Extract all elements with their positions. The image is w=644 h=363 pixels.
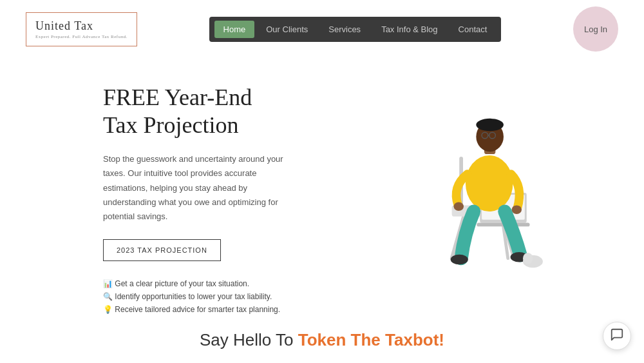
nav-item-tax-info-&-blog[interactable]: Tax Info & Blog <box>372 21 446 38</box>
nav-item-services[interactable]: Services <box>319 21 370 38</box>
cta-button[interactable]: 2023 TAX PROJECTION <box>103 239 221 261</box>
features-list: 📊 Get a clear picture of your tax situat… <box>103 279 361 314</box>
bottom-text-highlight: Token The Taxbot! <box>298 330 444 349</box>
svg-point-21 <box>523 253 533 264</box>
header: United Tax Expert Prepared. Full Advance… <box>0 0 644 58</box>
feature-item: 🔍 Identify opportunities to lower your t… <box>103 292 361 301</box>
feature-item: 📊 Get a clear picture of your tax situat… <box>103 279 361 288</box>
nav-item-our-clients[interactable]: Our Clients <box>257 21 317 38</box>
feature-item: 💡 Receive tailored advice for smarter ta… <box>103 305 361 314</box>
bottom-section: Say Hello To Token The Taxbot! <box>0 330 644 350</box>
bottom-text-normal: Say Hello To <box>200 330 298 349</box>
svg-point-9 <box>466 155 513 211</box>
svg-point-18 <box>451 255 468 264</box>
logo-subtitle: Expert Prepared. Full Advance Tax Refund… <box>35 34 128 39</box>
svg-point-16 <box>454 202 464 211</box>
hero-description: Stop the guesswork and uncertainty aroun… <box>103 152 296 223</box>
svg-point-17 <box>512 205 522 214</box>
logo: United Tax Expert Prepared. Full Advance… <box>26 12 137 46</box>
nav-item-contact[interactable]: Contact <box>450 21 497 38</box>
hero-section: FREE Year-End Tax Projection Stop the gu… <box>103 71 361 363</box>
nav-item-home[interactable]: Home <box>214 21 255 38</box>
hero-illustration <box>361 71 605 363</box>
logo-title: United Tax <box>35 19 128 33</box>
main-content: FREE Year-End Tax Projection Stop the gu… <box>0 58 644 363</box>
chat-button[interactable] <box>603 322 631 350</box>
hero-title: FREE Year-End Tax Projection <box>103 84 361 139</box>
navigation: HomeOur ClientsServicesTax Info & BlogCo… <box>209 17 502 42</box>
svg-point-12 <box>476 119 504 131</box>
login-button[interactable]: Log In <box>573 6 618 52</box>
logo-box: United Tax Expert Prepared. Full Advance… <box>26 12 137 46</box>
chat-icon <box>610 328 624 345</box>
